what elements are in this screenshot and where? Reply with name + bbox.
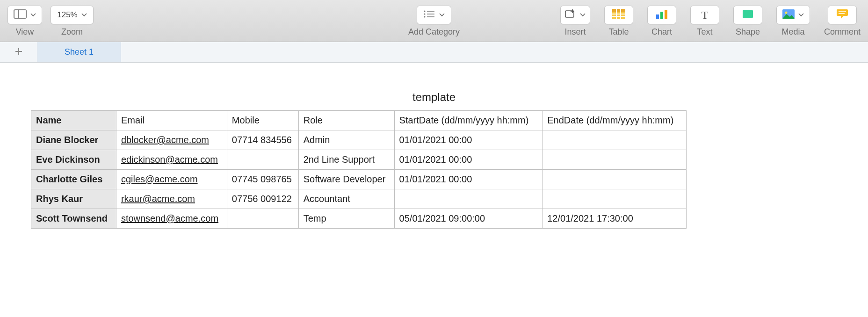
media-button[interactable]: [776, 6, 810, 24]
chart-icon: [655, 9, 668, 22]
cell-name[interactable]: Diane Blocker: [31, 130, 116, 150]
zoom-label: Zoom: [61, 27, 83, 37]
insert-icon: [565, 9, 576, 21]
view-label: View: [16, 27, 34, 37]
insert-button[interactable]: [560, 6, 590, 24]
svg-rect-12: [612, 9, 625, 12]
svg-rect-20: [743, 10, 753, 18]
cell-start[interactable]: 01/01/2021 00:00: [394, 130, 542, 150]
col-header-mobile[interactable]: Mobile: [227, 111, 298, 130]
cell-end[interactable]: [542, 170, 687, 189]
cell-name[interactable]: Rhys Kaur: [31, 189, 116, 209]
svg-rect-17: [656, 14, 659, 19]
media-label: Media: [781, 27, 804, 37]
list-icon: [423, 10, 435, 21]
svg-rect-23: [837, 9, 848, 16]
comment-label: Comment: [824, 27, 861, 37]
shape-icon: [742, 9, 754, 22]
cell-start[interactable]: [394, 189, 542, 209]
sidebar-view-icon: [14, 9, 27, 21]
sheet-tab-label: Sheet 1: [65, 47, 94, 57]
chevron-down-icon: [580, 13, 586, 17]
cell-name[interactable]: Charlotte Giles: [31, 170, 116, 189]
cell-mobile[interactable]: 07745 098765: [227, 170, 298, 189]
svg-point-2: [424, 10, 425, 12]
table-row: Diane Blockerdblocker@acme.com07714 8345…: [31, 130, 687, 150]
cell-mobile[interactable]: [227, 209, 298, 229]
insert-label: Insert: [564, 27, 586, 37]
comment-button[interactable]: [828, 6, 857, 24]
cell-start[interactable]: 01/01/2021 00:00: [394, 170, 542, 189]
cell-role[interactable]: 2nd Line Support: [298, 150, 394, 170]
sheet-tab-active[interactable]: Sheet 1: [37, 42, 121, 62]
chart-label: Chart: [651, 27, 672, 37]
text-icon: T: [702, 9, 709, 22]
toolbar: View 125% Zoom Add Category: [0, 0, 868, 42]
cell-name[interactable]: Scott Townsend: [31, 209, 116, 229]
spreadsheet-canvas[interactable]: template Name Email Mobile Role StartDat…: [0, 63, 868, 257]
cell-email[interactable]: rkaur@acme.com: [116, 189, 227, 209]
plus-icon: [14, 47, 23, 58]
cell-role[interactable]: Admin: [298, 130, 394, 150]
cell-email[interactable]: stownsend@acme.com: [116, 209, 227, 229]
chevron-down-icon: [30, 13, 36, 17]
sheet-bar: Sheet 1: [0, 42, 868, 63]
cell-start[interactable]: 05/01/2021 09:00:00: [394, 209, 542, 229]
cell-end[interactable]: [542, 150, 687, 170]
chevron-down-icon: [798, 13, 804, 17]
cell-email[interactable]: cgiles@acme.com: [116, 170, 227, 189]
data-table[interactable]: Name Email Mobile Role StartDate (dd/mm/…: [31, 110, 687, 229]
table-title[interactable]: template: [31, 91, 837, 104]
shape-button[interactable]: [733, 6, 762, 24]
cell-email[interactable]: edickinson@acme.com: [116, 150, 227, 170]
media-icon: [782, 9, 795, 21]
cell-mobile[interactable]: 07714 834556: [227, 130, 298, 150]
add-category-label: Add Category: [408, 27, 460, 37]
cell-mobile[interactable]: [227, 150, 298, 170]
cell-end[interactable]: [542, 130, 687, 150]
cell-email[interactable]: dblocker@acme.com: [116, 130, 227, 150]
cell-name[interactable]: Eve Dickinson: [31, 150, 116, 170]
comment-icon: [836, 9, 848, 22]
text-button[interactable]: T: [690, 6, 719, 24]
chart-button[interactable]: [647, 6, 676, 24]
svg-point-22: [785, 11, 787, 14]
svg-point-6: [424, 16, 425, 17]
cell-role[interactable]: Accountant: [298, 189, 394, 209]
table-button[interactable]: [604, 6, 633, 24]
text-label: Text: [697, 27, 712, 37]
zoom-button[interactable]: 125%: [51, 6, 94, 24]
col-header-end[interactable]: EndDate (dd/mm/yyyy hh:mm): [542, 111, 687, 130]
table-row: Rhys Kaurrkaur@acme.com07756 009122Accou…: [31, 189, 687, 209]
col-header-role[interactable]: Role: [298, 111, 394, 130]
cell-end[interactable]: 12/01/2021 17:30:00: [542, 209, 687, 229]
table-icon: [612, 9, 625, 22]
col-header-name[interactable]: Name: [31, 111, 116, 130]
svg-rect-0: [14, 10, 26, 18]
shape-label: Shape: [736, 27, 760, 37]
table-header-row: Name Email Mobile Role StartDate (dd/mm/…: [31, 111, 687, 130]
svg-rect-18: [660, 12, 663, 19]
chevron-down-icon: [439, 13, 445, 17]
cell-start[interactable]: 01/01/2021 00:00: [394, 150, 542, 170]
svg-rect-19: [665, 10, 667, 19]
chevron-down-icon: [81, 13, 87, 17]
table-row: Charlotte Gilescgiles@acme.com07745 0987…: [31, 170, 687, 189]
table-row: Eve Dickinsonedickinson@acme.com2nd Line…: [31, 150, 687, 170]
table-row: Scott Townsendstownsend@acme.comTemp05/0…: [31, 209, 687, 229]
svg-point-4: [424, 13, 425, 14]
add-category-button[interactable]: [417, 6, 451, 24]
cell-role[interactable]: Software Developer: [298, 170, 394, 189]
col-header-email[interactable]: Email: [116, 111, 227, 130]
cell-mobile[interactable]: 07756 009122: [227, 189, 298, 209]
col-header-start[interactable]: StartDate (dd/mm/yyyy hh:mm): [394, 111, 542, 130]
table-label: Table: [608, 27, 629, 37]
zoom-value: 125%: [57, 10, 77, 20]
cell-role[interactable]: Temp: [298, 209, 394, 229]
cell-end[interactable]: [542, 189, 687, 209]
add-sheet-button[interactable]: [0, 42, 37, 62]
view-button[interactable]: [7, 6, 42, 24]
